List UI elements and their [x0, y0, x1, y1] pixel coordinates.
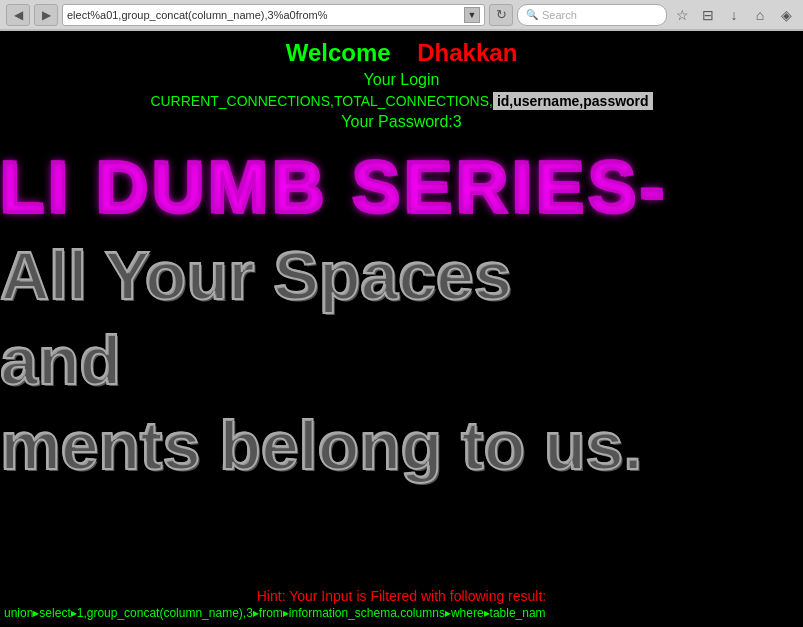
search-placeholder: Search	[542, 9, 577, 21]
bookmark-icon[interactable]: ⊟	[697, 4, 719, 26]
welcome-line: Welcome Dhakkan	[0, 31, 803, 67]
browser-window: ◀ ▶ elect%a01,group_concat(column_name),…	[0, 0, 803, 627]
big-title: LI DUMB SERIES-	[0, 151, 803, 223]
dhakkan-text: Dhakkan	[417, 39, 517, 66]
connections-highlight: id,username,password	[493, 92, 653, 110]
pocket-icon[interactable]: ◈	[775, 4, 797, 26]
address-text: elect%a01,group_concat(column_name),3%a0…	[67, 9, 464, 21]
hint-label: Hint: Your Input is Filtered with follow…	[4, 588, 799, 604]
refresh-button[interactable]: ↻	[489, 4, 513, 26]
home-icon[interactable]: ⌂	[749, 4, 771, 26]
address-bar[interactable]: elect%a01,group_concat(column_name),3%a0…	[62, 4, 485, 26]
address-dropdown-button[interactable]: ▼	[464, 7, 480, 23]
back-button[interactable]: ◀	[6, 4, 30, 26]
big-text-area: LI DUMB SERIES- All Your Spaces and ment…	[0, 151, 803, 482]
star-icon[interactable]: ☆	[671, 4, 693, 26]
page-content: Welcome Dhakkan Your Login CURRENT_CONNE…	[0, 31, 803, 627]
subtitle-line1: All Your Spaces	[0, 238, 803, 313]
search-bar[interactable]: 🔍 Search	[517, 4, 667, 26]
connections-line: CURRENT_CONNECTIONS,TOTAL_CONNECTIONS,id…	[0, 93, 803, 109]
subtitle-block: All Your Spaces and ments belong to us.	[0, 238, 803, 482]
subtitle-line2: and	[0, 323, 803, 398]
browser-toolbar: ◀ ▶ elect%a01,group_concat(column_name),…	[0, 0, 803, 30]
download-icon[interactable]: ↓	[723, 4, 745, 26]
login-line: Your Login	[0, 71, 803, 89]
connections-prefix: CURRENT_CONNECTIONS,TOTAL_CONNECTIONS,	[150, 93, 493, 109]
hint-query: union▸select▸1,group_concat(column_name)…	[4, 606, 799, 620]
password-line: Your Password:3	[0, 113, 803, 131]
hint-area: Hint: Your Input is Filtered with follow…	[0, 580, 803, 627]
welcome-text: Welcome	[286, 39, 391, 66]
search-icon: 🔍	[526, 9, 538, 20]
toolbar-icons: ☆ ⊟ ↓ ⌂ ◈	[671, 4, 797, 26]
subtitle-line3: ments belong to us.	[0, 408, 803, 483]
forward-button[interactable]: ▶	[34, 4, 58, 26]
browser-chrome: ◀ ▶ elect%a01,group_concat(column_name),…	[0, 0, 803, 31]
